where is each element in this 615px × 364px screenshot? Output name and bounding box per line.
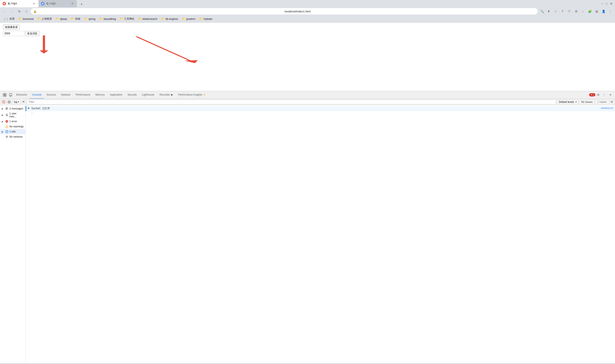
- sidebar-item-messages[interactable]: ▶ 2 messages: [0, 106, 26, 111]
- close-window-button[interactable]: ✕: [609, 1, 613, 6]
- sidebar-item-error[interactable]: ▶ ✕ 1 error: [0, 119, 26, 124]
- forward-button[interactable]: ›: [9, 8, 15, 14]
- levels-selector[interactable]: Default levels ▾: [557, 100, 578, 104]
- address-input[interactable]: 🔒 localhost/index1.html: [31, 8, 538, 14]
- console-nested-entry: ›: [26, 111, 615, 115]
- tab-2[interactable]: 客户端B ✕: [39, 0, 77, 7]
- menu-icon[interactable]: ⋮: [607, 8, 613, 14]
- star-icon[interactable]: ☆: [553, 8, 559, 14]
- back-button[interactable]: ‹: [2, 8, 8, 14]
- bookmark-apps[interactable]: ⋮⋮ 应用: [2, 17, 16, 21]
- devtools-tab-security[interactable]: Security: [125, 91, 139, 99]
- profile-icon[interactable]: 👤: [601, 8, 606, 14]
- devtools-tab-perf-insights[interactable]: Performance insights ⚡: [175, 91, 208, 99]
- nested-arrow-icon[interactable]: ›: [32, 112, 32, 114]
- devtools-tab-sources-label: Sources: [47, 93, 56, 96]
- sidebar-item-warnings[interactable]: ▶ ! No warnings: [0, 124, 26, 129]
- connect-server-button[interactable]: 链接服务器: [3, 25, 612, 31]
- svg-rect-7: [5, 93, 6, 95]
- bookmark-mybatis-label: mybatis: [203, 17, 212, 21]
- devtools-device-toggle[interactable]: [8, 92, 14, 98]
- download-icon[interactable]: ↓: [580, 8, 586, 14]
- devtools-tab-recorder[interactable]: Recorder ⏺: [157, 91, 175, 99]
- message-input[interactable]: [3, 31, 24, 36]
- bookmark-shanghaijiuhui[interactable]: 📁 上海救慧: [36, 17, 53, 21]
- context-selector[interactable]: top ▾: [12, 100, 21, 104]
- error-count-badge[interactable]: ✕ 1: [589, 93, 595, 96]
- verbose-icon: [5, 135, 9, 139]
- bookmark-dbengines[interactable]: 📁 db-engines: [160, 17, 180, 21]
- bookmark-graalvm[interactable]: 📁 graalvm: [180, 17, 197, 21]
- new-tab-button[interactable]: +: [79, 1, 85, 7]
- devtools-tab-lighthouse[interactable]: Lighthouse: [139, 91, 157, 99]
- puzzle-icon[interactable]: 🧩: [587, 8, 593, 14]
- minimize-button[interactable]: ─: [601, 1, 605, 6]
- send-btn[interactable]: 发送消息: [25, 31, 39, 36]
- bookmark-apps-label: 应用: [9, 17, 14, 21]
- share-icon[interactable]: ⬆: [546, 8, 552, 14]
- devtools-tab-sources[interactable]: Sources: [44, 91, 58, 99]
- bookmarks-bar: ⋮⋮ 应用 📁 download 📁 上海救慧 📁 dpaas 📁 前端 📁 s…: [0, 16, 615, 23]
- maximize-button[interactable]: □: [605, 1, 609, 6]
- console-clear-button[interactable]: 🚫: [1, 100, 6, 104]
- bookmark-elasticsearch[interactable]: 📁 elasticsearch: [136, 17, 159, 21]
- console-body: ▶ 2 messages ▶ 1 user mes... ▶ ✕: [0, 105, 615, 363]
- expand-arrow-user: ▶: [2, 114, 4, 116]
- bookmark-download-label: download: [23, 17, 34, 21]
- sidebar-item-user[interactable]: ▶ 1 user mes...: [0, 111, 26, 119]
- devtools-more-button[interactable]: ⋮: [601, 92, 607, 98]
- devtools-tab-elements[interactable]: Elements: [14, 91, 29, 99]
- devtools-tab-network[interactable]: Network: [58, 91, 73, 99]
- bookmark-dbengines-label: db-engines: [165, 17, 178, 21]
- no-issues-button[interactable]: No Issues: [579, 100, 594, 104]
- svg-text:✕: ✕: [6, 120, 8, 123]
- bookmark-mybatis[interactable]: 📁 mybatis: [198, 17, 214, 21]
- console-entry-link[interactable]: socket.js:11: [601, 107, 613, 109]
- sidebar-user-label: 1 user mes...: [9, 112, 24, 118]
- console-eye-button[interactable]: 👁: [21, 100, 26, 104]
- devtools-tab-recorder-label: Recorder: [160, 93, 170, 96]
- bookmark-tools[interactable]: 📁 工具网站: [118, 17, 136, 21]
- page-content: 链接服务器 发送消息: [0, 23, 615, 91]
- devtools-close-button[interactable]: ✕: [607, 92, 613, 98]
- bookmark-skywalking[interactable]: 📁 skywalking: [98, 17, 118, 21]
- tab-2-close[interactable]: ✕: [70, 2, 74, 6]
- devtools-tab-application[interactable]: Application: [107, 91, 125, 99]
- console-settings-button[interactable]: ⚙: [610, 100, 614, 104]
- tab-1[interactable]: 客户端A ✕: [0, 0, 39, 7]
- sidebar-icon[interactable]: ▤: [594, 8, 600, 14]
- svg-rect-8: [3, 95, 4, 96]
- devtools-panel: Elements Console Sources Network Perform…: [0, 91, 615, 363]
- warning-icon: !: [5, 125, 9, 128]
- entry-expand-icon[interactable]: ▶: [28, 107, 30, 109]
- search-icon[interactable]: 🔍: [539, 8, 545, 14]
- devtools-tab-console[interactable]: Console: [29, 91, 44, 99]
- devtools-tab-performance[interactable]: Performance: [73, 91, 93, 99]
- bookmark-spring[interactable]: 📁 spring: [82, 17, 97, 21]
- connect-btn-label[interactable]: 链接服务器: [3, 25, 20, 30]
- svg-rect-17: [6, 109, 7, 110]
- bookmark-frontend[interactable]: 📁 前端: [69, 17, 82, 21]
- translate-icon[interactable]: T: [560, 8, 565, 14]
- bookmark-download[interactable]: 📁 download: [17, 17, 35, 21]
- bookmark-dpaas[interactable]: 📁 dpaas: [54, 17, 69, 21]
- devtools-tab-memory[interactable]: Memory: [93, 91, 107, 99]
- devtools-element-picker[interactable]: [2, 92, 8, 98]
- levels-dropdown-icon: ▾: [575, 101, 576, 103]
- console-filter-input[interactable]: [27, 100, 556, 104]
- shield-icon[interactable]: 🛡: [566, 8, 572, 14]
- console-filter-toggle[interactable]: [7, 100, 12, 104]
- hidden-count-badge[interactable]: 1 hidden: [595, 100, 609, 104]
- tab-favicon-2: [41, 2, 44, 5]
- sidebar-item-verbose[interactable]: ▶ No verbose: [0, 134, 26, 139]
- devtools-settings-button[interactable]: ⚙: [595, 92, 601, 98]
- tune-icon[interactable]: ⚙: [573, 8, 579, 14]
- reload-button[interactable]: ↻: [16, 8, 22, 14]
- devtools-tab-elements-label: Elements: [16, 93, 27, 96]
- address-bar: ‹ › ↻ ⌂ 🔒 localhost/index1.html 🔍 ⬆ ☆ T …: [0, 7, 615, 16]
- tab-1-close[interactable]: ✕: [32, 2, 36, 6]
- home-button[interactable]: ⌂: [24, 8, 29, 14]
- sidebar-item-info[interactable]: ▶ i 1 info: [0, 129, 26, 134]
- messages-icon: [5, 107, 9, 110]
- bookmark-elasticsearch-label: elasticsearch: [142, 17, 157, 21]
